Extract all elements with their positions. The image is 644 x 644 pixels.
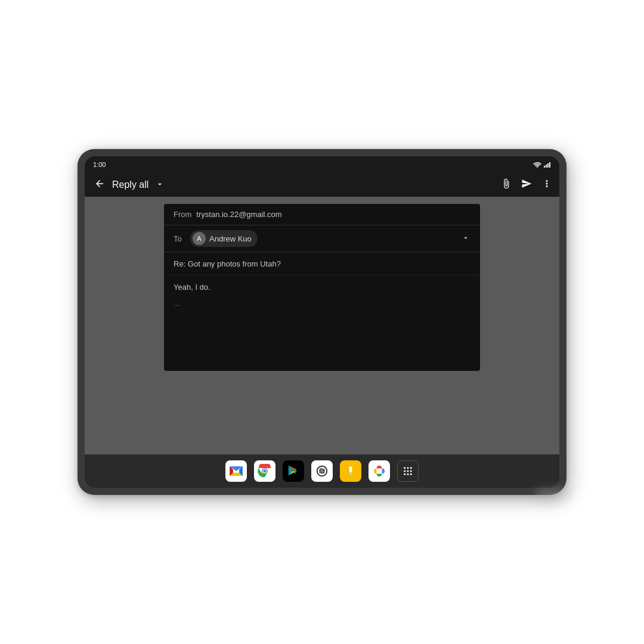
- svg-rect-0: [544, 166, 545, 168]
- svg-point-17: [407, 473, 409, 475]
- svg-point-15: [410, 470, 412, 472]
- svg-rect-3: [549, 162, 550, 168]
- svg-rect-9: [320, 468, 321, 469]
- status-time: 1:00: [93, 161, 106, 168]
- svg-point-8: [321, 470, 324, 473]
- svg-point-6: [264, 470, 267, 473]
- body-text: Yeah, I do.: [174, 281, 470, 293]
- svg-point-11: [407, 467, 409, 469]
- taskbar-keep[interactable]: [340, 460, 361, 482]
- to-field[interactable]: To A Andrew Kuo: [164, 225, 480, 252]
- back-button[interactable]: [92, 176, 107, 194]
- recipient-name: Andrew Kuo: [209, 234, 252, 243]
- taskbar: [85, 454, 559, 488]
- to-label: To: [174, 234, 185, 243]
- recipient-chip[interactable]: A Andrew Kuo: [190, 230, 258, 247]
- reply-all-label: Reply all: [112, 179, 148, 190]
- tablet-device: 1:00: [78, 149, 566, 495]
- tablet-screen: 1:00: [85, 156, 559, 488]
- signal-icon: [544, 162, 551, 168]
- svg-rect-2: [547, 163, 549, 168]
- attach-icon[interactable]: [501, 178, 512, 191]
- svg-point-10: [404, 467, 405, 469]
- taskbar-photos[interactable]: [369, 460, 390, 482]
- dropdown-button[interactable]: [153, 178, 166, 193]
- taskbar-gmail[interactable]: [225, 460, 247, 482]
- from-field: From trystan.io.22@gmail.com: [164, 204, 480, 225]
- recipient-avatar: A: [193, 232, 206, 245]
- svg-point-13: [404, 470, 405, 472]
- svg-point-14: [407, 470, 409, 472]
- action-bar-right: [501, 178, 552, 191]
- taskbar-all-apps[interactable]: [397, 460, 419, 482]
- svg-point-12: [410, 467, 412, 469]
- svg-rect-1: [546, 165, 547, 168]
- svg-point-16: [404, 473, 405, 475]
- send-icon[interactable]: [521, 178, 532, 191]
- expand-recipients-icon[interactable]: [461, 233, 470, 244]
- subject-field[interactable]: Re: Got any photos from Utah?: [164, 252, 480, 275]
- taskbar-chrome[interactable]: [254, 460, 275, 482]
- from-value: trystan.io.22@gmail.com: [196, 210, 281, 219]
- wifi-icon: [533, 162, 541, 168]
- svg-point-18: [410, 473, 412, 475]
- taskbar-camera[interactable]: [311, 460, 333, 482]
- subject-text: Re: Got any photos from Utah?: [174, 259, 281, 268]
- status-icons: [533, 162, 551, 168]
- from-label: From: [174, 210, 191, 219]
- email-compose: From trystan.io.22@gmail.com To A Andrew…: [164, 204, 480, 371]
- status-bar: 1:00: [85, 156, 559, 173]
- main-content: From trystan.io.22@gmail.com To A Andrew…: [85, 197, 559, 454]
- body-field[interactable]: Yeah, I do. ...: [164, 275, 480, 371]
- action-bar: Reply all: [85, 173, 559, 197]
- taskbar-play-store[interactable]: [283, 460, 304, 482]
- to-field-left: To A Andrew Kuo: [174, 230, 258, 247]
- quoted-text-ellipsis: ...: [174, 299, 470, 308]
- more-icon[interactable]: [541, 178, 552, 191]
- action-bar-left: Reply all: [92, 176, 166, 194]
